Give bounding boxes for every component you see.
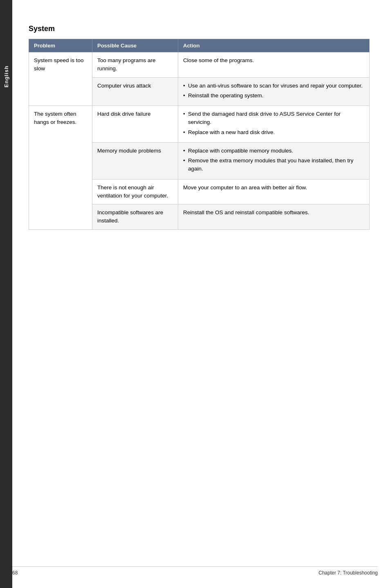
footer-page-number: 68 [12,570,18,576]
action-cell: Send the damaged hard disk drive to ASUS… [178,106,370,143]
action-cell: Reinstall the OS and reinstall compatibl… [178,204,370,230]
page-footer: 68 Chapter 7: Troubleshooting [12,566,378,576]
header-cause: Possible Cause [92,39,178,52]
action-cell: Close some of the programs. [178,52,370,78]
action-item: Replace with compatible memory modules. [183,147,364,155]
action-item: Use an anti-virus software to scan for v… [183,82,364,90]
cause-cell: Incompatible softwares are installed. [92,204,178,230]
action-item: Reinstall the operating system. [183,92,364,100]
header-problem: Problem [29,39,92,52]
side-tab-label: English [3,65,9,88]
trouble-table: Problem Possible Cause Action System spe… [29,39,370,230]
action-cell: Use an anti-virus software to scan for v… [178,77,370,106]
cause-cell: Too many programs are running. [92,52,178,78]
cause-cell: Memory module problems [92,142,178,179]
footer-chapter: Chapter 7: Troubleshooting [318,570,378,576]
action-item: Remove the extra memory modules that you… [183,157,364,173]
cause-cell: Computer virus attack [92,77,178,106]
page-container: English System Problem Possible Cause Ac… [0,0,390,588]
main-content: System Problem Possible Cause Action Sys… [12,0,390,588]
action-item: Send the damaged hard disk drive to ASUS… [183,110,364,127]
action-cell: Move your computer to an area with bette… [178,179,370,204]
cause-cell: Hard disk drive failure [92,106,178,143]
table-row: System speed is too slowToo many program… [29,52,370,78]
action-cell: Replace with compatible memory modules.R… [178,142,370,179]
table-header-row: Problem Possible Cause Action [29,39,370,52]
action-item: Replace with a new hard disk drive. [183,128,364,137]
problem-cell: The system often hangs or freezes. [29,106,92,230]
problem-cell: System speed is too slow [29,52,92,106]
section-title: System [29,25,370,33]
table-row: The system often hangs or freezes.Hard d… [29,106,370,143]
side-tab: English [0,0,12,588]
cause-cell: There is not enough air ventilation for … [92,179,178,204]
header-action: Action [178,39,370,52]
